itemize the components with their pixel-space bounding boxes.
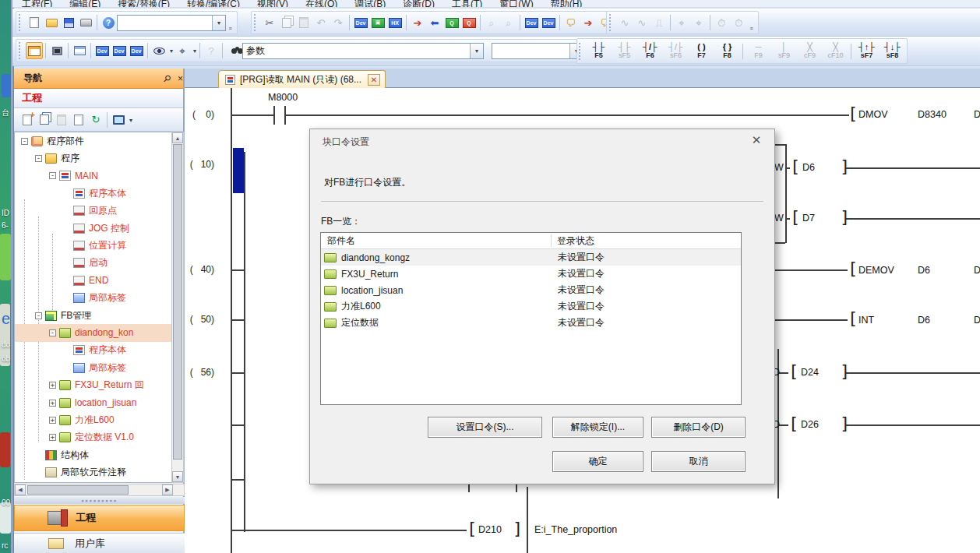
tree-item-17[interactable]: +力准L600 xyxy=(15,411,184,428)
tree-item-3[interactable]: -MAIN xyxy=(15,167,184,185)
write-to-plc-icon[interactable]: ➔ xyxy=(409,14,426,31)
combo-dropdown-icon[interactable]: ▾ xyxy=(470,44,483,58)
refresh-icon[interactable]: ↻ xyxy=(87,111,104,129)
dev-comment-blue-icon[interactable]: Dev xyxy=(523,14,540,31)
tree-item-20[interactable]: 局部软元件注释 xyxy=(15,463,184,481)
toolbar-grip[interactable] xyxy=(19,42,23,59)
ladder-key-F9[interactable]: ─F9 xyxy=(746,40,771,62)
delete-password-button[interactable]: 删除口令(D) xyxy=(651,417,746,438)
nav-window-icon[interactable] xyxy=(26,42,43,59)
verify-find-red-icon[interactable]: Q xyxy=(460,14,478,31)
open-folder-icon[interactable] xyxy=(43,14,60,31)
tree-vertical-scrollbar[interactable]: ▲ ▼ xyxy=(171,132,184,483)
pulse-monitor-icon[interactable]: ⎍ xyxy=(650,14,668,31)
transfer-red-icon[interactable]: ➔ xyxy=(580,14,597,31)
menu-item-8[interactable]: 诊断(D) xyxy=(403,0,435,8)
expand-icon[interactable]: + xyxy=(49,400,56,407)
menu-item-6[interactable]: 在线(O) xyxy=(305,0,337,8)
keyword-combobox[interactable]: 参数▾ xyxy=(242,43,484,59)
fb-table-row[interactable]: FX3U_Return未设置口令 xyxy=(321,266,741,282)
tree-item-5[interactable]: 回原点 xyxy=(15,203,184,220)
scroll-left-icon[interactable]: ◀ xyxy=(15,484,26,495)
module-config-icon[interactable] xyxy=(48,42,65,59)
pin-icon[interactable]: ⚲ xyxy=(160,72,174,85)
cut-icon[interactable]: ✂ xyxy=(261,14,278,31)
device-test-2-icon[interactable]: ⌖ xyxy=(690,14,707,31)
sidebar-item-user-library[interactable]: 用户库 xyxy=(14,533,185,553)
ladder-key-sF5[interactable]: ┤├sF5 xyxy=(612,40,637,62)
tree-item-11[interactable]: -FB管理 xyxy=(15,307,184,324)
menu-item-5[interactable]: 视图(V) xyxy=(257,0,288,8)
item-info-icon[interactable] xyxy=(70,111,87,129)
collapse-icon[interactable]: - xyxy=(35,155,42,162)
tree-item-12[interactable]: -diandong_kon xyxy=(15,324,184,341)
toolbar-overflow-chevron[interactable]: ≡ xyxy=(747,12,756,33)
new-item-icon[interactable]: + xyxy=(19,111,36,129)
tree-item-10[interactable]: 局部标签 xyxy=(15,290,184,307)
menu-item-11[interactable]: 帮助(H) xyxy=(551,0,583,8)
device-zoom-dd-icon[interactable]: ⌖▾ xyxy=(174,42,191,59)
ladder-key-F5[interactable]: ┤├F5 xyxy=(586,40,612,62)
ladder-key-F7[interactable]: ( )F7 xyxy=(689,40,714,62)
secondary-combobox[interactable]: ▾ xyxy=(492,43,583,59)
save-icon[interactable] xyxy=(60,14,77,31)
wave-monitor-2-icon[interactable]: ∿ xyxy=(633,14,650,31)
device-test-1-icon[interactable]: ⌖ xyxy=(673,14,690,31)
quick-find-combobox[interactable]: ▾ xyxy=(117,15,226,31)
dev-find-1-icon[interactable]: Dev xyxy=(93,42,111,59)
tab-main-program[interactable]: [PRG]读取 MAIN (只读) (68... ✕ xyxy=(218,70,386,88)
ladder-key-sF8[interactable]: ┤↓├sF8 xyxy=(880,40,905,62)
tree-item-7[interactable]: 位置计算 xyxy=(15,237,184,254)
collapse-icon[interactable]: - xyxy=(49,172,56,179)
combo-dropdown-icon[interactable]: ▾ xyxy=(212,16,225,30)
wave-monitor-1-icon[interactable]: ∿ xyxy=(616,14,633,31)
toolbar-grip[interactable] xyxy=(579,43,583,60)
fb-table-row[interactable]: diandong_kongz未设置口令 xyxy=(321,249,741,266)
paste-icon[interactable] xyxy=(295,14,312,31)
dev-comment-blue-2-icon[interactable]: Dev xyxy=(540,14,557,31)
dev-watch-dd-icon[interactable]: ▾ xyxy=(150,42,167,59)
tree-item-9[interactable]: END xyxy=(15,272,184,289)
close-tab-icon[interactable]: ✕ xyxy=(368,74,380,86)
tree-item-8[interactable]: 启动 xyxy=(15,255,184,272)
dev-write-find-icon[interactable]: Dev xyxy=(352,14,369,31)
expand-icon[interactable]: + xyxy=(49,434,56,441)
menu-item-2[interactable]: 编辑(E) xyxy=(69,0,100,8)
transfer-yellow-icon[interactable]: 🗩 xyxy=(562,14,580,31)
scroll-down-icon[interactable]: ▼ xyxy=(172,471,183,482)
copy-icon[interactable] xyxy=(278,14,295,31)
help-icon[interactable]: ? xyxy=(100,14,117,31)
tree-item-2[interactable]: -程序 xyxy=(15,150,184,167)
scroll-up-icon[interactable]: ▲ xyxy=(172,132,183,143)
tree-item-16[interactable]: +location_jisuan xyxy=(15,394,184,411)
work-list-icon[interactable] xyxy=(71,42,88,59)
ladder-key-sF7[interactable]: ┤↑├sF7 xyxy=(854,40,880,62)
scan-watch-1-icon[interactable]: ⏱ xyxy=(713,14,730,31)
dialog-close-icon[interactable]: ✕ xyxy=(746,132,767,148)
verify-find-green-icon[interactable]: Q xyxy=(443,14,460,31)
panel-splitter[interactable]: ▪▪▪▪▪▪▪▪▪ xyxy=(14,497,185,504)
ladder-key-sF6[interactable]: ┤/├sF6 xyxy=(663,40,689,62)
ladder-key-cF9[interactable]: ╳cF9 xyxy=(797,40,823,62)
copy-item-icon[interactable] xyxy=(36,111,53,129)
unlock-button[interactable]: 解除锁定(I)... xyxy=(552,417,643,438)
toolbar-grip[interactable] xyxy=(609,14,613,31)
fb-table-row[interactable]: location_jisuan未设置口令 xyxy=(321,282,741,298)
toolbar-grip[interactable] xyxy=(254,14,258,31)
collapse-icon[interactable]: - xyxy=(21,138,28,145)
fb-table-row[interactable]: 定位数据未设置口令 xyxy=(321,315,741,331)
new-file-icon[interactable] xyxy=(26,14,43,31)
undo-icon[interactable]: ↶ xyxy=(312,14,330,31)
help-gray-icon[interactable]: ? xyxy=(203,42,220,59)
ladder-key-cF10[interactable]: ╳cF10 xyxy=(823,40,848,62)
fb-table-row[interactable]: 力准L600未设置口令 xyxy=(321,298,741,315)
dev-screen-find-icon[interactable]: ▣ xyxy=(369,14,386,31)
collapse-icon[interactable]: - xyxy=(49,329,56,336)
vertical-scroll-thumb[interactable] xyxy=(173,144,182,460)
menu-item-9[interactable]: 工具(T) xyxy=(452,0,482,8)
dev-find-2-icon[interactable]: Dev xyxy=(111,42,128,59)
menu-item-10[interactable]: 窗口(W) xyxy=(499,0,533,8)
paste-item-icon[interactable] xyxy=(53,111,70,129)
find-gray-2-icon[interactable]: ⌕ xyxy=(500,14,517,31)
set-password-button[interactable]: 设置口令(S)... xyxy=(428,417,542,438)
